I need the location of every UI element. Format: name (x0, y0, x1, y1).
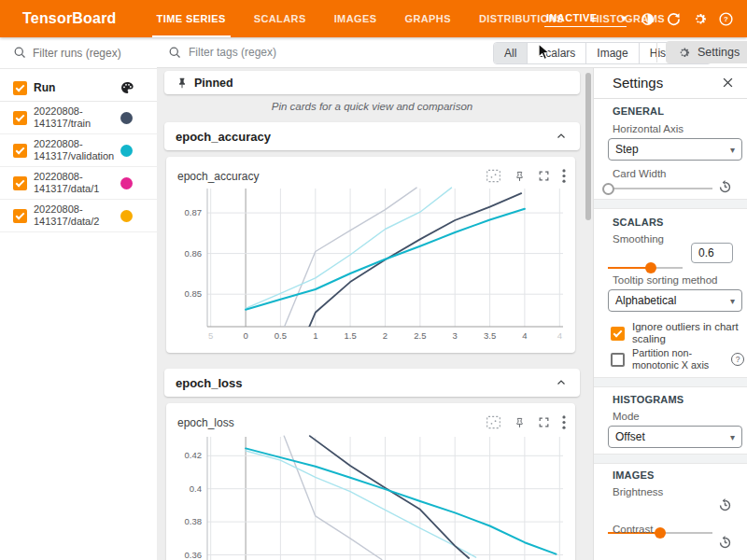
tab-images[interactable]: IMAGES (320, 0, 391, 37)
smoothing-slider[interactable] (608, 261, 683, 274)
tags-filter-input[interactable]: Filter tags (regex) (168, 46, 276, 60)
partition-x-row[interactable]: Partition non-monotonic X axis ? (611, 347, 744, 371)
fullscreen-icon[interactable] (538, 416, 550, 428)
horizontal-axis-select[interactable]: Step ▾ (608, 138, 742, 161)
section-gap (594, 454, 747, 464)
chart-epoch-accuracy[interactable]: 0.850.860.8700.511.522.533.5454 (170, 183, 570, 349)
run-name-line1: 20220808- (34, 203, 83, 215)
run-name-line1: 20220808- (34, 105, 83, 117)
svg-text:0.38: 0.38 (185, 516, 203, 526)
fit-to-data-icon[interactable] (486, 169, 501, 183)
scalars-heading: SCALARS (613, 217, 664, 228)
header-actions: INACTIVE ▾ ? (544, 0, 747, 37)
slider-thumb[interactable] (602, 183, 614, 195)
pinned-title: Pinned (194, 77, 233, 90)
partition-x-checkbox[interactable] (611, 353, 625, 367)
help-icon[interactable]: ? (731, 353, 744, 366)
run-row-train[interactable]: 20220808-141317/train (0, 102, 157, 134)
tab-scalars[interactable]: SCALARS (240, 0, 320, 37)
tooltip-sorting-value: Alphabetical (615, 294, 676, 307)
chevron-up-icon[interactable] (556, 377, 567, 388)
smoothing-value-input[interactable]: 0.6 (691, 243, 733, 263)
chevron-down-icon: ▾ (730, 432, 735, 442)
run-name-line1: 20220808- (34, 138, 83, 149)
run-name-line2: 141317/validation (34, 150, 114, 161)
reload-status-select[interactable]: INACTIVE ▾ (544, 10, 627, 27)
chevron-down-icon: ▾ (622, 13, 627, 23)
contrast-label: Contrast (613, 524, 653, 535)
svg-text:0.85: 0.85 (185, 288, 203, 299)
card-width-slider[interactable] (608, 182, 712, 195)
section-gap (594, 199, 747, 209)
brightness-label: Brightness (613, 486, 663, 497)
svg-text:2.5: 2.5 (414, 330, 426, 341)
section-header-epoch-loss[interactable]: epoch_loss (164, 369, 580, 397)
main-scrollbar[interactable] (585, 73, 591, 220)
more-options-icon[interactable] (562, 169, 566, 183)
pin-icon (176, 77, 189, 90)
divider (594, 98, 747, 99)
card-width-label: Card Width (613, 168, 667, 179)
refresh-icon[interactable] (666, 11, 682, 27)
dark-mode-toggle-icon[interactable] (640, 11, 655, 27)
run-checkbox[interactable] (13, 176, 27, 190)
more-options-icon[interactable] (562, 415, 566, 429)
section-title: epoch_loss (176, 376, 243, 390)
close-icon[interactable] (721, 76, 736, 91)
chart-epoch-loss[interactable]: 0.360.380.40.42 (170, 431, 570, 560)
slider-thumb[interactable] (655, 527, 666, 539)
filter-scalars-button[interactable]: Scalars (527, 43, 585, 63)
ignore-outliers-row[interactable]: Ignore outliers in chart scaling (611, 321, 742, 345)
chevron-up-icon[interactable] (556, 131, 567, 142)
histogram-mode-select[interactable]: Offset ▾ (608, 426, 742, 448)
slider-thumb[interactable] (645, 262, 656, 273)
pin-icon[interactable] (514, 416, 526, 429)
search-icon (168, 46, 182, 60)
chart-card-actions (473, 169, 566, 183)
chart-card-epoch-accuracy: epoch_accuracy 0.850.860.8700.511.522.53… (166, 157, 575, 353)
run-checkbox[interactable] (13, 209, 27, 223)
filter-image-button[interactable]: Image (585, 43, 638, 63)
svg-text:2: 2 (383, 330, 388, 341)
settings-panel-title: Settings (613, 75, 663, 91)
svg-text:0.5: 0.5 (275, 330, 287, 341)
tooltip-sorting-select[interactable]: Alphabetical ▾ (608, 289, 742, 312)
svg-text:0.42: 0.42 (185, 450, 203, 460)
reset-icon[interactable] (717, 179, 733, 195)
run-checkbox[interactable] (13, 144, 27, 158)
reset-icon[interactable] (717, 497, 733, 513)
chevron-down-icon: ▾ (730, 145, 735, 155)
runs-filter-input[interactable]: Filter runs (regex) (0, 37, 157, 69)
fullscreen-icon[interactable] (538, 170, 550, 182)
svg-text:0.87: 0.87 (185, 207, 203, 217)
chart-title: epoch_accuracy (177, 170, 259, 183)
main-content: Pinned Pin cards for a quick view and co… (157, 67, 593, 560)
run-row-data2[interactable]: 20220808-141317/data/2 (0, 200, 157, 232)
app-logo: TensorBoard (22, 10, 117, 27)
section-header-epoch-accuracy[interactable]: epoch_accuracy (164, 122, 580, 150)
chevron-down-icon: ▾ (730, 296, 735, 306)
gear-icon[interactable] (692, 11, 708, 27)
filter-all-button[interactable]: All (494, 43, 527, 63)
run-row-data1[interactable]: 20220808-141317/data/1 (0, 167, 157, 200)
pinned-section-header: Pinned (164, 71, 580, 94)
tab-time-series[interactable]: TIME SERIES (143, 0, 240, 37)
help-icon[interactable]: ? (718, 11, 734, 27)
partition-x-label: Partition non-monotonic X axis (632, 347, 727, 371)
run-checkbox[interactable] (13, 111, 27, 125)
pin-icon[interactable] (514, 170, 526, 183)
fit-to-data-icon[interactable] (486, 415, 501, 429)
ignore-outliers-checkbox[interactable] (611, 327, 625, 341)
tab-graphs[interactable]: GRAPHS (390, 0, 464, 37)
settings-button[interactable]: Settings (666, 41, 747, 63)
palette-icon[interactable] (120, 80, 134, 95)
reset-icon[interactable] (717, 535, 733, 551)
images-heading: IMAGES (613, 469, 655, 481)
ignore-outliers-label: Ignore outliers in chart scaling (632, 321, 742, 345)
run-row-validation[interactable]: 20220808-141317/validation (0, 134, 157, 167)
run-color-dot (120, 112, 133, 124)
select-all-runs-checkbox[interactable] (13, 81, 27, 95)
runs-header-row: Run (0, 75, 157, 102)
svg-text:5: 5 (208, 330, 213, 341)
tooltip-sorting-label: Tooltip sorting method (613, 274, 718, 286)
